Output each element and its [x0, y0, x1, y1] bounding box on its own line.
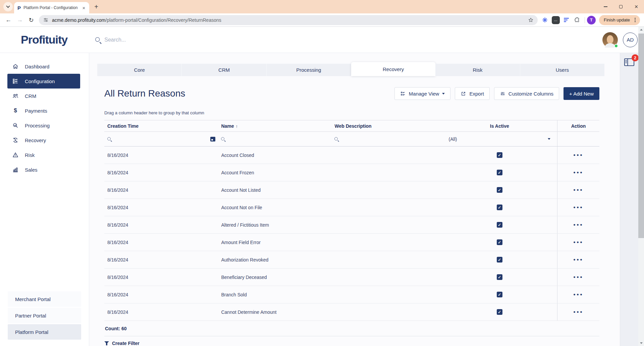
browser-profile-avatar[interactable]: T [587, 16, 596, 24]
export-label: Export [469, 91, 484, 97]
name-cell: Amount Field Error [218, 234, 331, 251]
tab-processing[interactable]: Processing [267, 64, 351, 76]
app-header: Profituity Search... AD [0, 27, 644, 53]
row-actions-button[interactable] [574, 222, 584, 228]
portal-link-platform[interactable]: Platform Portal [8, 324, 81, 340]
table-row[interactable]: 8/16/2024 Authorization Revoked [104, 251, 599, 269]
is-active-checkbox[interactable] [497, 257, 502, 263]
scrollbar-thumb[interactable] [638, 34, 644, 238]
url-text[interactable]: acme.demo.profituity.com/platform-portal… [52, 17, 528, 23]
name-filter-input[interactable] [221, 132, 329, 146]
maximize-button[interactable] [613, 0, 629, 13]
extension-chat-icon[interactable]: ... [550, 15, 561, 25]
is-active-checkbox[interactable] [497, 274, 502, 280]
minimize-button[interactable] [598, 0, 613, 13]
customize-columns-button[interactable]: Customize Columns [494, 87, 559, 100]
tab-crm[interactable]: CRM [182, 64, 266, 76]
tab-core[interactable]: Core [97, 64, 182, 76]
table-row[interactable]: 8/16/2024 Branch Sold [104, 286, 599, 303]
row-actions-button[interactable] [574, 239, 584, 246]
table-row[interactable]: 8/16/2024 Amount Field Error [104, 234, 599, 251]
sidebar-item-payments[interactable]: $ Payments [7, 103, 80, 118]
sidebar-item-risk[interactable]: Risk [7, 148, 80, 162]
is-active-checkbox[interactable] [497, 292, 502, 297]
tab-recovery[interactable]: Recovery [351, 62, 435, 76]
new-tab-button[interactable] [92, 2, 101, 11]
refresh-icon [12, 137, 19, 143]
extension-burst-icon[interactable] [540, 15, 550, 25]
row-actions-button[interactable] [574, 169, 584, 176]
sidebar-item-sales[interactable]: Sales [7, 162, 80, 177]
sort-ascending-icon [234, 123, 238, 129]
table-row[interactable]: 8/16/2024 Account Not Listed [104, 181, 599, 199]
creation-time-cell: 8/16/2024 [104, 181, 218, 199]
is-active-checkbox[interactable] [497, 222, 502, 228]
table-row[interactable]: 8/16/2024 Beneficiary Deceased [104, 269, 599, 286]
tab-close-icon[interactable] [81, 5, 87, 10]
portal-link-partner[interactable]: Partner Portal [8, 308, 81, 323]
portal-link-merchant[interactable]: Merchant Portal [8, 291, 81, 307]
browser-menu-kebab-icon[interactable] [631, 16, 639, 24]
browser-tab[interactable]: P Platform Portal - Configuration [14, 2, 89, 13]
row-actions-button[interactable] [574, 274, 584, 281]
is-active-checkbox[interactable] [497, 239, 502, 245]
column-header-web-description[interactable]: Web Description [331, 120, 442, 132]
creation-time-filter-input[interactable] [107, 132, 215, 146]
create-filter-button[interactable]: Create Filter [104, 336, 599, 346]
tab-users[interactable]: Users [520, 64, 604, 76]
close-button[interactable] [629, 0, 644, 13]
table-row[interactable]: 8/16/2024 Cannot Determine Amount [104, 303, 599, 321]
row-actions-button[interactable] [574, 291, 584, 298]
manage-view-button[interactable]: Manage View [394, 87, 451, 100]
row-actions-button[interactable] [574, 309, 584, 315]
table-row[interactable]: 8/16/2024 Account Not on File [104, 199, 599, 216]
sidebar-item-processing[interactable]: Processing [7, 118, 80, 133]
table-row[interactable]: 8/16/2024 Account Closed [104, 147, 599, 164]
url-bar[interactable]: acme.demo.profituity.com/platform-portal… [39, 15, 538, 25]
sidebar-item-recovery[interactable]: Recovery [7, 133, 80, 148]
tab-search-button[interactable] [3, 2, 13, 11]
back-button[interactable]: ← [3, 15, 14, 25]
is-active-filter-select[interactable]: (All) [445, 132, 554, 146]
table-row[interactable]: 8/16/2024 Account Frozen [104, 164, 599, 181]
column-header-name[interactable]: Name [218, 120, 331, 132]
row-actions-button[interactable] [574, 152, 584, 159]
site-info-icon[interactable] [43, 17, 49, 23]
is-active-checkbox[interactable] [497, 205, 502, 210]
extensions-puzzle-icon[interactable] [572, 15, 583, 25]
finish-update-button[interactable]: Finish update [599, 15, 640, 25]
sidebar-item-crm[interactable]: CRM [7, 89, 80, 103]
row-actions-button[interactable] [574, 187, 584, 193]
scroll-down-arrow[interactable] [638, 340, 644, 346]
user-initials-badge[interactable]: AD [623, 33, 638, 47]
column-header-creation-time[interactable]: Creation Time [104, 120, 218, 132]
scroll-up-arrow[interactable] [638, 27, 644, 33]
sidebar-item-configuration[interactable]: Configuration [7, 74, 80, 89]
calendar-icon[interactable] [210, 136, 215, 141]
page-scrollbar[interactable] [638, 27, 644, 346]
global-search-input[interactable]: Search... [96, 37, 263, 43]
app-logo[interactable]: Profituity [21, 33, 67, 46]
user-avatar[interactable] [602, 32, 618, 48]
row-actions-button[interactable] [574, 256, 584, 263]
is-active-checkbox[interactable] [497, 187, 502, 193]
bookmark-star-icon[interactable] [528, 17, 534, 23]
forward-button[interactable]: → [14, 15, 25, 25]
ellipsis-icon: ... [552, 16, 560, 24]
extension-bars-icon[interactable] [561, 15, 572, 25]
column-header-is-active[interactable]: Is Active [442, 120, 557, 132]
row-actions-button[interactable] [574, 204, 584, 211]
sidebar-item-label: Sales [25, 167, 38, 173]
sidebar-item-dashboard[interactable]: Dashboard [7, 59, 80, 74]
tab-risk[interactable]: Risk [435, 64, 520, 76]
export-button[interactable]: Export [455, 87, 489, 100]
reload-button[interactable]: ↻ [25, 15, 37, 25]
is-active-checkbox[interactable] [497, 152, 502, 158]
add-new-button[interactable]: + Add New [564, 87, 599, 100]
web-description-filter-input[interactable] [334, 132, 439, 146]
table-row[interactable]: 8/16/2024 Altered / Fictitious Item [104, 216, 599, 234]
name-cell: Account Frozen [218, 164, 331, 181]
is-active-checkbox[interactable] [497, 170, 502, 175]
is-active-checkbox[interactable] [497, 309, 502, 315]
notifications-panel-button[interactable]: 2 [624, 58, 635, 68]
